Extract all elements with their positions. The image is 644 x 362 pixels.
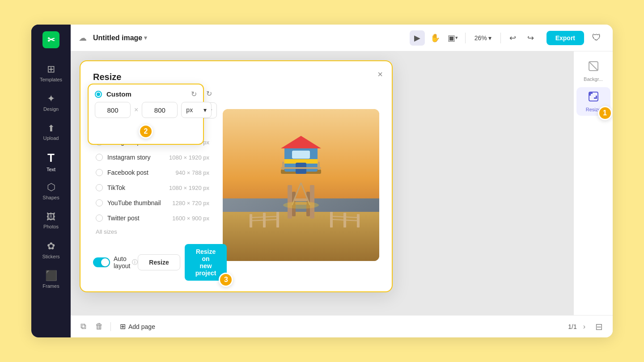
cursor-tool-button[interactable]: ▶ bbox=[410, 30, 425, 46]
floating-dim-separator: × bbox=[134, 106, 138, 114]
modal-refresh-button[interactable]: ↻ bbox=[206, 89, 212, 98]
preset-tiktok[interactable]: TikTok 1080 × 1920 px bbox=[93, 180, 212, 195]
right-panel-item-background[interactable]: Backgr... bbox=[576, 57, 610, 85]
sidebar-item-frames[interactable]: ⬛ Frames bbox=[33, 265, 69, 294]
undo-button[interactable]: ↩ bbox=[505, 30, 521, 46]
sidebar-item-templates-label: Templates bbox=[40, 77, 62, 82]
upload-icon: ⬆ bbox=[47, 123, 55, 134]
resize-button[interactable]: Resize bbox=[138, 254, 180, 270]
modal-title: Resize bbox=[93, 72, 379, 82]
pages-grid-button[interactable]: ⊟ bbox=[593, 320, 605, 334]
preset-youtube-thumbnail[interactable]: YouTube thumbnail 1280 × 720 px bbox=[93, 195, 212, 210]
svg-rect-3 bbox=[288, 185, 292, 219]
preset-facebook-post[interactable]: Facebook post 940 × 788 px bbox=[93, 165, 212, 180]
preset-dims-instagram-story: 1080 × 1920 px bbox=[169, 154, 209, 161]
preset-radio-facebook-post bbox=[96, 169, 103, 176]
step2-area: 2 bbox=[95, 124, 197, 139]
right-panel-resize-wrapper: Resize 1 bbox=[576, 87, 610, 116]
resize-panel-icon bbox=[588, 91, 599, 105]
next-page-button[interactable]: › bbox=[580, 322, 588, 332]
svg-rect-24 bbox=[330, 212, 333, 227]
project-title[interactable]: Untitled image ▾ bbox=[93, 34, 147, 42]
cloud-icon: ☁ bbox=[79, 33, 87, 43]
sidebar-item-shapes[interactable]: ⬡ Shapes bbox=[33, 177, 69, 205]
floating-refresh-button[interactable]: ↻ bbox=[191, 90, 197, 98]
floating-unit-select[interactable]: px ▾ bbox=[181, 102, 212, 118]
svg-rect-4 bbox=[310, 185, 314, 219]
layout-tool-button[interactable]: ▣ ▾ bbox=[445, 30, 461, 46]
modal-actions: Resize Resize on new project 3 bbox=[138, 244, 227, 281]
add-page-label: Add page bbox=[128, 323, 155, 330]
sidebar-item-templates[interactable]: ⊞ Templates bbox=[33, 59, 69, 87]
sidebar-item-upload[interactable]: ⬆ Upload bbox=[33, 118, 69, 146]
toggle-knob bbox=[101, 258, 109, 266]
topbar-divider-1 bbox=[465, 33, 466, 43]
sidebar-item-upload-label: Upload bbox=[43, 135, 59, 141]
right-panel-background-wrapper: Backgr... bbox=[576, 57, 610, 85]
modal-footer: Auto layout ⓘ Resize Resize on new proje… bbox=[93, 244, 212, 281]
modal-close-button[interactable]: × bbox=[377, 69, 383, 80]
preset-name-instagram-story: Instagram story bbox=[107, 154, 165, 161]
auto-layout-info-icon[interactable]: ⓘ bbox=[132, 258, 138, 266]
preset-name-youtube-thumbnail: YouTube thumbnail bbox=[107, 199, 168, 206]
add-page-button[interactable]: ⊞ Add page bbox=[116, 320, 159, 333]
right-panel: Backgr... Resize bbox=[573, 51, 613, 315]
duplicate-page-button[interactable]: ⧉ bbox=[79, 320, 88, 333]
sidebar-item-stickers[interactable]: ✿ Stickers bbox=[33, 236, 69, 264]
sidebar-item-text[interactable]: T Text bbox=[33, 147, 69, 176]
redo-button[interactable]: ↪ bbox=[523, 30, 538, 46]
svg-rect-2 bbox=[223, 212, 379, 261]
add-page-icon: ⊞ bbox=[120, 322, 126, 331]
preset-name-twitter-post: Twitter post bbox=[107, 215, 168, 222]
canvas-right-wrapper: Custom ↻ × px ▾ bbox=[71, 51, 613, 315]
topbar: ☁ Untitled image ▾ ▶ ✋ ▣ ▾ 26% ▾ ↩ ↪ Exp… bbox=[71, 25, 613, 51]
main-area: ☁ Untitled image ▾ ▶ ✋ ▣ ▾ 26% ▾ ↩ ↪ Exp… bbox=[71, 25, 613, 337]
preset-radio-instagram-story bbox=[96, 154, 103, 161]
background-panel-label: Backgr... bbox=[584, 76, 603, 82]
sidebar-item-stickers-label: Stickers bbox=[42, 254, 59, 259]
zoom-chevron: ▾ bbox=[488, 34, 491, 42]
svg-rect-17 bbox=[318, 162, 320, 170]
all-sizes-link[interactable]: All sizes bbox=[93, 226, 212, 238]
preset-dims-youtube-thumbnail: 1280 × 720 px bbox=[172, 200, 209, 206]
title-text: Untitled image bbox=[93, 34, 142, 42]
auto-layout-toggle[interactable] bbox=[93, 257, 110, 267]
preset-radio-tiktok bbox=[96, 184, 103, 191]
preset-radio-twitter-post bbox=[96, 215, 103, 222]
step3-wrapper: Resize on new project 3 bbox=[185, 244, 227, 281]
bottom-bar-divider bbox=[110, 322, 111, 331]
delete-page-button[interactable]: 🗑 bbox=[93, 320, 105, 333]
text-icon: T bbox=[47, 151, 55, 165]
sidebar-item-photos-label: Photos bbox=[43, 224, 59, 229]
svg-rect-7 bbox=[294, 198, 308, 201]
topbar-divider-2 bbox=[500, 33, 501, 43]
shapes-icon: ⬡ bbox=[47, 181, 55, 193]
floating-unit-value: px bbox=[186, 106, 193, 114]
svg-rect-15 bbox=[281, 167, 321, 169]
shield-button[interactable]: 🛡 bbox=[589, 31, 605, 45]
preset-instagram-story[interactable]: Instagram story 1080 × 1920 px bbox=[93, 150, 212, 165]
preset-radio-youtube-thumbnail bbox=[96, 199, 103, 206]
templates-icon: ⊞ bbox=[47, 63, 55, 75]
app-logo[interactable]: ✂ bbox=[31, 25, 71, 55]
zoom-button[interactable]: 26% ▾ bbox=[470, 33, 496, 43]
floating-height-input[interactable] bbox=[142, 102, 178, 118]
export-button[interactable]: Export bbox=[547, 31, 584, 45]
floating-dimension-inputs: × px ▾ bbox=[95, 102, 197, 118]
canvas-content[interactable]: Custom ↻ × px ▾ bbox=[71, 51, 573, 315]
svg-rect-13 bbox=[292, 151, 310, 159]
bottom-bar: ⧉ 🗑 ⊞ Add page 1/1 › ⊟ bbox=[71, 315, 613, 337]
sidebar-item-photos[interactable]: 🖼 Photos bbox=[33, 206, 69, 235]
svg-rect-16 bbox=[282, 162, 284, 170]
page-navigation: 1/1 › bbox=[568, 322, 588, 332]
sidebar-item-design[interactable]: ✦ Design bbox=[33, 88, 69, 117]
design-icon: ✦ bbox=[47, 93, 55, 105]
preset-twitter-post[interactable]: Twitter post 1600 × 900 px bbox=[93, 210, 212, 226]
sidebar: ✂ ⊞ Templates ✦ Design ⬆ Upload T Text ⬡… bbox=[31, 25, 71, 337]
preset-name-tiktok: TikTok bbox=[107, 184, 165, 191]
step1-badge: 1 bbox=[598, 106, 612, 120]
title-chevron: ▾ bbox=[144, 34, 147, 41]
hand-tool-button[interactable]: ✋ bbox=[428, 30, 443, 46]
floating-unit-chevron: ▾ bbox=[203, 106, 207, 114]
floating-width-input[interactable] bbox=[95, 102, 131, 118]
